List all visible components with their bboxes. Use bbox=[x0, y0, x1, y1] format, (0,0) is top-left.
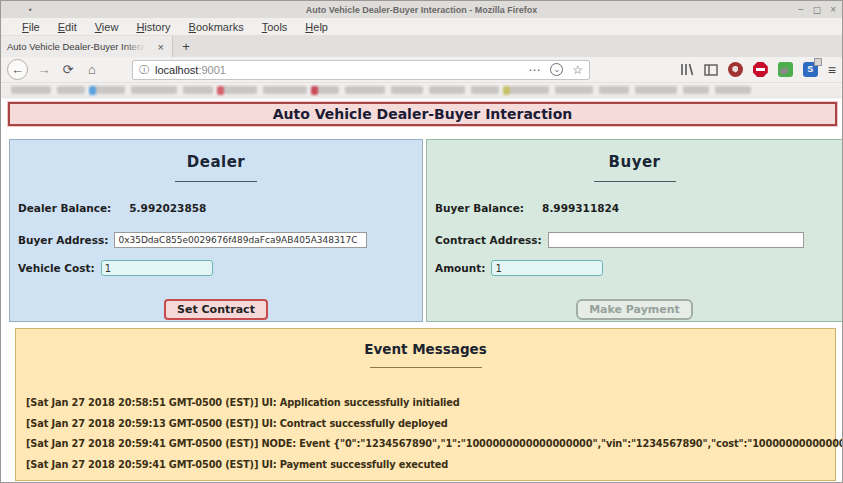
bookmark-item[interactable] bbox=[429, 86, 465, 94]
menubar: File Edit View History Bookmarks Tools H… bbox=[1, 18, 842, 36]
window-title: Auto Vehicle Dealer-Buyer Interaction - … bbox=[1, 5, 842, 15]
favicon bbox=[89, 86, 96, 95]
event-messages-list: [Sat Jan 27 2018 20:58:51 GMT-0500 (EST)… bbox=[26, 393, 831, 475]
pocket-icon[interactable]: ⌄ bbox=[550, 63, 563, 76]
menu-file[interactable]: File bbox=[13, 20, 49, 34]
menu-history[interactable]: History bbox=[127, 20, 179, 34]
buyer-heading: Buyer bbox=[427, 153, 842, 171]
forward-icon[interactable]: → bbox=[32, 59, 56, 81]
page-content: Auto Vehicle Dealer-Buyer Interaction De… bbox=[1, 99, 842, 482]
page-actions-icon[interactable]: ⋯ bbox=[528, 63, 541, 77]
menu-help[interactable]: Help bbox=[296, 20, 337, 34]
home-icon[interactable]: ⌂ bbox=[80, 59, 104, 81]
bookmark-item[interactable] bbox=[683, 86, 709, 94]
menu-tools[interactable]: Tools bbox=[253, 20, 297, 34]
bookmark-item[interactable] bbox=[555, 86, 593, 94]
dealer-heading-underline bbox=[175, 181, 257, 182]
hamburger-menu-icon[interactable]: ≡ bbox=[828, 62, 836, 78]
buyer-panel: Buyer Buyer Balance: 8.999311824 Contrac… bbox=[426, 139, 843, 322]
tab-bar: Auto Vehicle Dealer-Buyer Intera × + bbox=[1, 36, 842, 57]
minimize-icon[interactable]: − bbox=[798, 4, 804, 15]
bookmark-item[interactable] bbox=[505, 86, 549, 94]
extension-badge bbox=[814, 58, 822, 66]
dealer-panel: Dealer Dealer Balance: 5.992023858 Buyer… bbox=[9, 139, 423, 322]
extension-red-shield-icon[interactable] bbox=[728, 62, 743, 77]
buyer-address-input[interactable] bbox=[114, 232, 367, 248]
bookmark-item[interactable] bbox=[391, 86, 423, 94]
bookmark-item[interactable] bbox=[131, 86, 177, 94]
event-message: [Sat Jan 27 2018 20:59:41 GMT-0500 (EST)… bbox=[26, 434, 831, 455]
bookmark-item[interactable] bbox=[471, 86, 499, 94]
maximize-icon[interactable]: ◻ bbox=[813, 4, 821, 15]
extension-blue-badged-icon[interactable] bbox=[803, 62, 818, 77]
extension-green-icon[interactable] bbox=[778, 62, 793, 77]
tab-dealer-buyer[interactable]: Auto Vehicle Dealer-Buyer Intera × bbox=[1, 36, 173, 57]
new-tab-button[interactable]: + bbox=[173, 36, 199, 57]
reload-icon[interactable]: ⟳ bbox=[56, 59, 80, 81]
window-titlebar: ▪ Auto Vehicle Dealer-Buyer Interaction … bbox=[1, 1, 842, 18]
event-message: [Sat Jan 27 2018 20:59:41 GMT-0500 (EST)… bbox=[26, 455, 831, 476]
favicon bbox=[217, 86, 224, 95]
page-title-banner: Auto Vehicle Dealer-Buyer Interaction bbox=[8, 102, 837, 126]
back-icon[interactable]: ← bbox=[7, 59, 28, 80]
bookmark-item[interactable] bbox=[313, 86, 339, 94]
bookmark-item[interactable] bbox=[57, 86, 85, 94]
bookmark-item[interactable] bbox=[219, 86, 257, 94]
amount-input[interactable] bbox=[491, 260, 603, 276]
buyer-heading-underline bbox=[594, 181, 676, 182]
bookmark-item[interactable] bbox=[11, 86, 51, 94]
contract-address-label: Contract Address: bbox=[435, 234, 542, 246]
page-title: Auto Vehicle Dealer-Buyer Interaction bbox=[273, 106, 572, 122]
amount-label: Amount: bbox=[435, 262, 485, 274]
event-message: [Sat Jan 27 2018 20:59:13 GMT-0500 (EST)… bbox=[26, 414, 831, 435]
bookmark-item[interactable] bbox=[715, 86, 751, 94]
event-messages-underline bbox=[370, 367, 482, 368]
bookmarks-toolbar bbox=[1, 83, 842, 98]
set-contract-button[interactable]: Set Contract bbox=[164, 299, 268, 320]
vehicle-cost-input[interactable] bbox=[101, 260, 213, 276]
event-message: [Sat Jan 27 2018 20:58:51 GMT-0500 (EST)… bbox=[26, 393, 831, 414]
url-host: localhost bbox=[155, 64, 198, 76]
tab-close-icon[interactable]: × bbox=[156, 41, 166, 53]
url-bar[interactable]: ⓘ localhost :9001 ⋯ ⌄ ☆ bbox=[132, 60, 590, 80]
dealer-heading: Dealer bbox=[10, 153, 422, 171]
buyer-balance-label: Buyer Balance: bbox=[435, 202, 524, 214]
extension-adblock-octagon-icon[interactable] bbox=[753, 62, 768, 77]
close-icon[interactable]: × bbox=[830, 4, 836, 15]
bookmark-item[interactable] bbox=[599, 86, 629, 94]
bookmark-item[interactable] bbox=[635, 86, 677, 94]
bookmark-item[interactable] bbox=[263, 86, 307, 94]
bookmark-item[interactable] bbox=[345, 86, 385, 94]
dealer-balance-label: Dealer Balance: bbox=[18, 202, 111, 214]
vehicle-cost-label: Vehicle Cost: bbox=[18, 262, 95, 274]
sidebar-icon[interactable] bbox=[704, 64, 718, 76]
favicon bbox=[503, 86, 510, 95]
event-messages-heading: Event Messages bbox=[16, 341, 835, 357]
menu-bookmarks[interactable]: Bookmarks bbox=[180, 20, 253, 34]
dealer-balance-value: 5.992023858 bbox=[129, 202, 206, 214]
menu-edit[interactable]: Edit bbox=[49, 20, 86, 34]
bookmark-item[interactable] bbox=[91, 86, 125, 94]
bookmark-item[interactable] bbox=[183, 86, 213, 94]
url-port: :9001 bbox=[198, 64, 226, 76]
bookmark-star-icon[interactable]: ☆ bbox=[572, 63, 583, 77]
tab-fade bbox=[124, 36, 146, 57]
favicon bbox=[311, 86, 318, 95]
browser-window: ▪ Auto Vehicle Dealer-Buyer Interaction … bbox=[0, 0, 843, 483]
make-payment-button[interactable]: Make Payment bbox=[576, 299, 693, 320]
site-info-icon[interactable]: ⓘ bbox=[139, 63, 149, 77]
library-icon[interactable] bbox=[680, 63, 694, 76]
event-messages-panel: Event Messages [Sat Jan 27 2018 20:58:51… bbox=[15, 328, 836, 481]
buyer-address-label: Buyer Address: bbox=[18, 234, 108, 246]
menu-view[interactable]: View bbox=[86, 20, 128, 34]
buyer-balance-value: 8.999311824 bbox=[542, 202, 619, 214]
contract-address-input[interactable] bbox=[548, 232, 804, 248]
navigation-bar: ← → ⟳ ⌂ ⓘ localhost :9001 ⋯ ⌄ ☆ ≡ bbox=[1, 57, 842, 83]
window-menu-icon[interactable]: ▪ bbox=[29, 5, 32, 14]
